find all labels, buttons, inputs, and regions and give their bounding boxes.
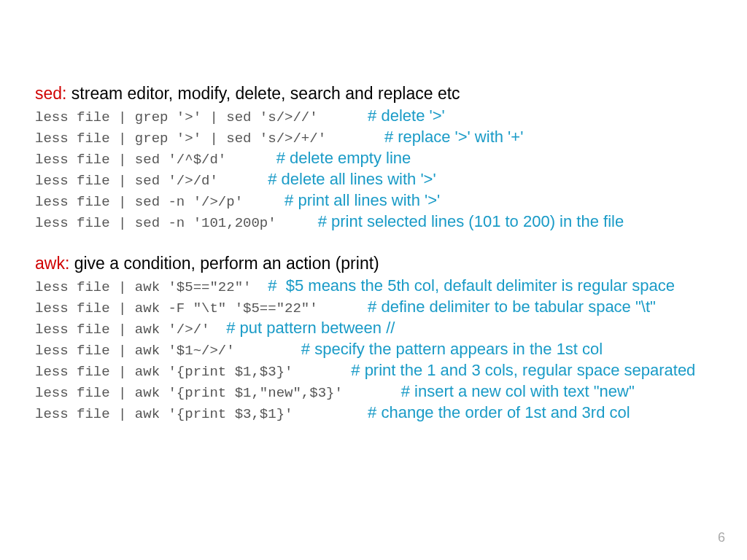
sed-comment: # replace '>' with '+' [384,128,523,146]
awk-line: less file | awk '{print $1,$3}' # print … [35,361,712,380]
sed-code: less file | grep '>' | sed 's/>//' [35,109,368,125]
awk-comment: # specify the pattern appears in the 1st… [301,340,603,358]
awk-code: less file | awk '/>/' [35,322,226,338]
sed-comment: # delete all lines with '>' [268,170,436,188]
sed-command-name: sed: [35,84,66,103]
awk-description: give a condition, perform an action (pri… [69,254,379,273]
awk-comment: # define delimiter to be tabular space "… [368,298,656,316]
sed-line: less file | sed -n '/>/p' # print all li… [35,191,712,210]
sed-line: less file | sed '/>/d' # delete all line… [35,170,712,189]
sed-comment: # print all lines with '>' [285,191,440,209]
page-number: 6 [718,530,725,545]
awk-lines: less file | awk '$5=="22"' # $5 means th… [35,276,712,422]
sed-comment: # delete empty line [276,149,411,167]
slide-content: sed: stream editor, modify, delete, sear… [0,0,747,422]
sed-description: stream editor, modify, delete, search an… [66,84,460,103]
awk-code: less file | awk '{print $1,$3}' [35,364,351,380]
sed-code: less file | sed '/>/d' [35,173,268,189]
awk-line: less file | awk '{print $1,"new",$3}' # … [35,382,712,401]
section-gap [35,233,712,254]
awk-comment: # change the order of 1st and 3rd col [368,403,630,421]
sed-code: less file | grep '>' | sed 's/>/+/' [35,131,384,147]
awk-code: less file | awk -F "\t" '$5=="22"' [35,300,368,316]
awk-command-name: awk: [35,254,69,273]
sed-line: less file | sed '/^$/d' # delete empty l… [35,149,712,168]
sed-code: less file | sed '/^$/d' [35,152,276,168]
sed-line: less file | grep '>' | sed 's/>//' # del… [35,106,712,125]
sed-code: less file | sed -n '101,200p' [35,215,318,231]
sed-line: less file | sed -n '101,200p' # print se… [35,212,712,231]
awk-line: less file | awk '/>/' # put pattern betw… [35,319,712,338]
sed-code: less file | sed -n '/>/p' [35,194,285,210]
sed-comment: # delete '>' [368,106,445,125]
awk-code: less file | awk '{print $1,"new",$3}' [35,385,401,401]
sed-heading: sed: stream editor, modify, delete, sear… [35,84,712,104]
awk-comment: # print the 1 and 3 cols, regular space … [351,361,695,379]
sed-comment: # print selected lines (101 to 200) in t… [318,212,624,230]
awk-comment: # insert a new col with text "new" [401,382,635,400]
awk-code: less file | awk '$5=="22"' [35,279,268,295]
awk-code: less file | awk '{print $3,$1}' [35,406,368,422]
awk-comment: # $5 means the 5th col, default delimite… [268,276,675,295]
awk-line: less file | awk '$5=="22"' # $5 means th… [35,276,712,295]
awk-heading: awk: give a condition, perform an action… [35,254,712,273]
awk-line: less file | awk '$1~/>/' # specify the p… [35,340,712,359]
awk-line: less file | awk -F "\t" '$5=="22"' # def… [35,298,712,316]
awk-line: less file | awk '{print $3,$1}' # change… [35,403,712,422]
sed-line: less file | grep '>' | sed 's/>/+/' # re… [35,128,712,147]
awk-code: less file | awk '$1~/>/' [35,343,301,359]
awk-comment: # put pattern between // [226,319,395,337]
sed-lines: less file | grep '>' | sed 's/>//' # del… [35,106,712,231]
